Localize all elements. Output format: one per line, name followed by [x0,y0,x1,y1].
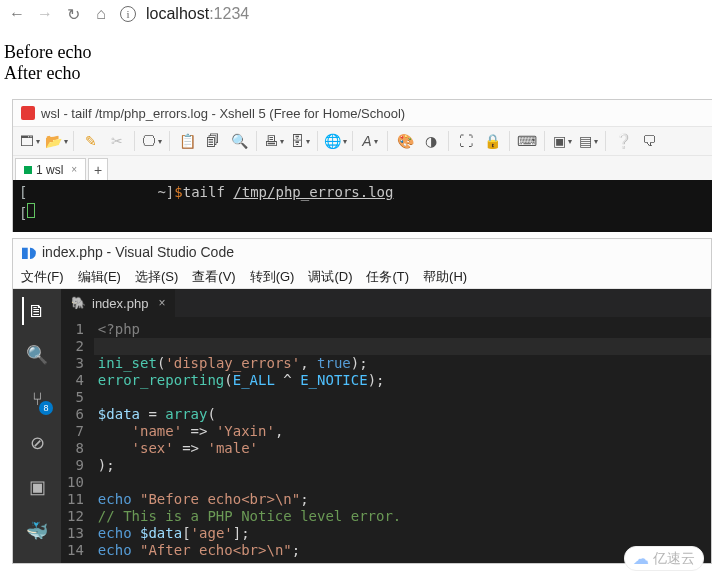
terminal-output[interactable]: [~]$tailf /tmp/php_errors.log [ [13,180,712,232]
page-line-2: After echo [4,63,716,84]
vscode-body: 🗎 🔍 ⑂8 ⊘ ▣ 🐳 🐘 index.php × 1234567891011… [13,289,711,563]
xshell-tabstrip: 1 wsl × + [13,156,712,180]
toolbar-separator [169,131,170,151]
menu-help[interactable]: 帮助(H) [423,268,467,286]
menu-go[interactable]: 转到(G) [250,268,295,286]
vscode-window: ▮◗ index.php - Visual Studio Code 文件(F) … [12,238,712,564]
keyboard-button[interactable]: ⌨ [516,130,538,152]
xshell-tab-label: 1 wsl [36,163,63,177]
editor-tabstrip: 🐘 index.php × [61,289,711,317]
watermark-text: 亿速云 [653,550,695,568]
tab-close-icon[interactable]: × [71,164,77,175]
lock-button[interactable]: 🔒 [481,130,503,152]
reload-button[interactable]: ↻ [64,5,82,24]
xshell-toolbar: 🗔 📂 ✎ ✂ 🖵 📋 🗐 🔍 🖶 🗄 🌐 A 🎨 ◑ ⛶ 🔒 ⌨ ▣ ▤ ❔ … [13,126,712,156]
chat-button[interactable]: 🗨 [638,130,660,152]
address-port: :1234 [209,5,249,22]
tab-close-icon[interactable]: × [158,296,165,310]
properties-button[interactable]: 🗄 [289,130,311,152]
vscode-title-text: index.php - Visual Studio Code [42,244,234,260]
font-button[interactable]: A [359,130,381,152]
toolbar-separator [448,131,449,151]
address-host: localhost [146,5,209,22]
toolbar-separator [544,131,545,151]
terminal-command: tailf [183,184,234,200]
extensions-icon[interactable]: ▣ [23,473,51,501]
xshell-titlebar: wsl - tailf /tmp/php_errors.log - Xshell… [13,100,712,126]
vscode-titlebar: ▮◗ index.php - Visual Studio Code [13,239,711,265]
terminal-path: /tmp/php_errors.log [233,184,393,200]
address-bar[interactable]: localhost:1234 [146,5,249,23]
editor-tab-indexphp[interactable]: 🐘 index.php × [61,289,175,317]
prompt-pwd: ~] [157,184,174,200]
docker-icon[interactable]: 🐳 [23,517,51,545]
color-scheme-button[interactable]: 🎨 [394,130,416,152]
toolbar-separator [256,131,257,151]
menu-view[interactable]: 查看(V) [192,268,235,286]
scm-icon[interactable]: ⑂8 [23,385,51,413]
php-file-icon: 🐘 [71,296,86,310]
highlight-button[interactable]: ✎ [80,130,102,152]
prompt-dollar: $ [174,184,182,200]
activity-bar: 🗎 🔍 ⑂8 ⊘ ▣ 🐳 [13,289,61,563]
menu-debug[interactable]: 调试(D) [308,268,352,286]
cloud-icon: ☁ [633,549,649,568]
page-line-1: Before echo [4,42,716,63]
toolbar-separator [73,131,74,151]
toolbar-separator [317,131,318,151]
xshell-new-tab[interactable]: + [88,158,108,180]
watermark: ☁ 亿速云 [624,546,704,571]
xshell-title-text: wsl - tailf /tmp/php_errors.log - Xshell… [41,106,405,121]
home-button[interactable]: ⌂ [92,5,110,23]
open-session-button[interactable]: 📂 [45,130,67,152]
find-button[interactable]: 🔍 [228,130,250,152]
cut-button[interactable]: ✂ [106,130,128,152]
vscode-menubar: 文件(F) 编辑(E) 选择(S) 查看(V) 转到(G) 调试(D) 任务(T… [13,265,711,289]
tab-status-icon [24,166,32,174]
xshell-app-icon [21,106,35,120]
editor-group: 🐘 index.php × 1234567891011121314 <?php … [61,289,711,563]
reconnect-button[interactable]: 🖵 [141,130,163,152]
search-icon[interactable]: 🔍 [23,341,51,369]
menu-tasks[interactable]: 任务(T) [366,268,409,286]
scm-badge: 8 [39,401,53,415]
explorer-icon[interactable]: 🗎 [22,297,50,325]
editor-tab-label: index.php [92,296,148,311]
toolbar-separator [509,131,510,151]
menu-edit[interactable]: 编辑(E) [78,268,121,286]
vscode-logo-icon: ▮◗ [21,244,36,260]
print-button[interactable]: 🖶 [263,130,285,152]
help-button[interactable]: ❔ [612,130,634,152]
arrange-button[interactable]: ▣ [551,130,573,152]
prompt-open-2: [ [19,205,27,221]
toolbar-separator [352,131,353,151]
xshell-window: wsl - tailf /tmp/php_errors.log - Xshell… [12,99,712,232]
new-session-button[interactable]: 🗔 [19,130,41,152]
palette-button[interactable]: ◑ [420,130,442,152]
forward-button[interactable]: → [36,5,54,23]
fullscreen-button[interactable]: ⛶ [455,130,477,152]
code-editor[interactable]: 1234567891011121314 <?php ini_set('displ… [61,317,711,563]
debug-icon[interactable]: ⊘ [23,429,51,457]
menu-selection[interactable]: 选择(S) [135,268,178,286]
toolbar-separator [134,131,135,151]
prompt-open: [ [19,184,27,200]
line-gutter: 1234567891011121314 [61,317,94,563]
toolbar-separator [387,131,388,151]
cascade-button[interactable]: ▤ [577,130,599,152]
back-button[interactable]: ← [8,5,26,23]
menu-file[interactable]: 文件(F) [21,268,64,286]
paste-button[interactable]: 📋 [176,130,198,152]
site-info-icon[interactable]: i [120,6,136,22]
terminal-cursor [27,203,35,218]
xshell-tab-wsl[interactable]: 1 wsl × [15,158,86,180]
language-button[interactable]: 🌐 [324,130,346,152]
page-content: Before echo After echo [0,28,720,91]
copy-button[interactable]: 🗐 [202,130,224,152]
code-content[interactable]: <?php ini_set('display_errors', true); e… [94,317,711,563]
toolbar-separator [605,131,606,151]
browser-nav-bar: ← → ↻ ⌂ i localhost:1234 [0,0,720,28]
